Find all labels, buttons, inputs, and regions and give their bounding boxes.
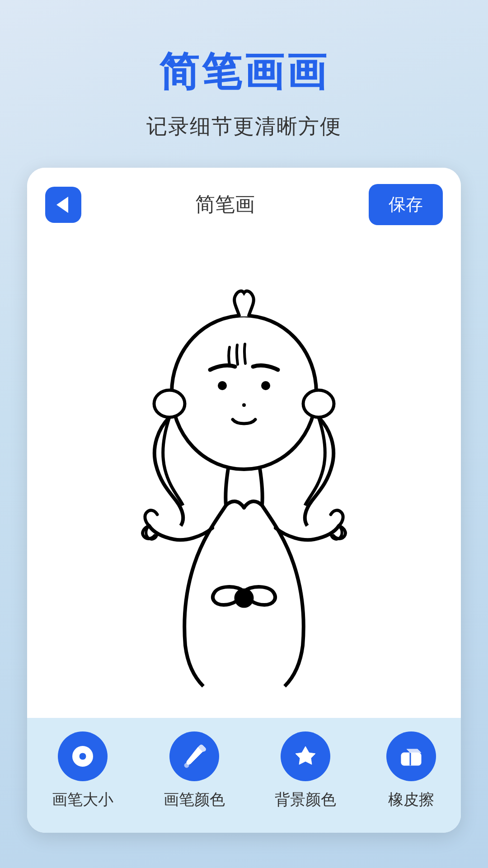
app-title: 简笔画画 [0, 45, 488, 99]
brush-size-icon-bg [58, 731, 108, 781]
tool-bg-color[interactable]: 背景颜色 [275, 731, 336, 810]
tool-brush-color[interactable]: 画笔颜色 [164, 731, 225, 810]
card-title: 简笔画 [195, 191, 255, 218]
drawing-card: 简笔画 保存 [27, 168, 461, 833]
tool-brush-size[interactable]: 画笔大小 [52, 731, 113, 810]
svg-point-3 [218, 381, 227, 390]
eraser-icon-bg [386, 731, 436, 781]
svg-point-4 [261, 381, 270, 390]
brush-color-label: 画笔颜色 [164, 789, 225, 810]
bg-color-icon-bg [281, 731, 330, 781]
svg-point-8 [79, 753, 86, 760]
back-arrow-icon [56, 197, 68, 213]
back-button[interactable] [45, 187, 81, 223]
save-button[interactable]: 保存 [369, 184, 443, 225]
svg-point-2 [303, 390, 334, 417]
bg-color-icon [292, 743, 319, 770]
svg-rect-11 [401, 753, 410, 765]
toolbar: 画笔大小 画笔颜色 背景颜色 [27, 718, 461, 833]
brush-color-icon [181, 743, 208, 770]
svg-point-6 [236, 590, 252, 606]
svg-point-9 [184, 763, 189, 768]
drawing-canvas[interactable] [86, 248, 402, 709]
eraser-icon [398, 743, 425, 770]
bg-color-label: 背景颜色 [275, 789, 336, 810]
drawing-area[interactable] [36, 239, 452, 718]
brush-size-label: 画笔大小 [52, 789, 113, 810]
svg-point-5 [242, 403, 246, 407]
svg-point-1 [154, 390, 185, 417]
svg-point-0 [172, 316, 316, 469]
brush-color-icon-bg [169, 731, 219, 781]
tool-eraser[interactable]: 橡皮擦 [386, 731, 436, 810]
card-header: 简笔画 保存 [27, 168, 461, 239]
app-subtitle: 记录细节更清晰方便 [0, 113, 488, 141]
header-section: 简笔画画 记录细节更清晰方便 [0, 0, 488, 168]
eraser-label: 橡皮擦 [388, 789, 434, 810]
brush-size-icon [69, 743, 96, 770]
